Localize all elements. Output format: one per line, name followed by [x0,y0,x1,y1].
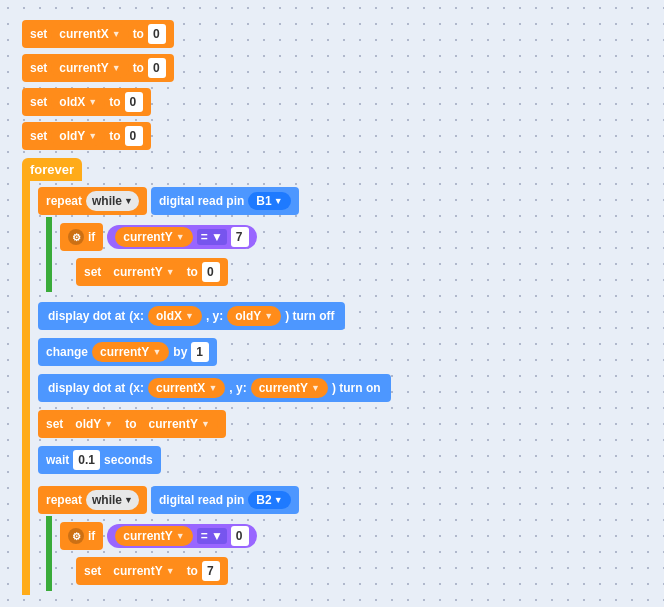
oldY2-var[interactable]: oldY ▼ [67,414,121,434]
to-label5: to [187,265,198,279]
set-currentY-7-block[interactable]: set currentY ▼ to 7 [76,557,228,585]
display1-label: display dot at [48,309,125,323]
forever-body: repeat while ▼ digital read pin B1 ▼ ⚙ i… [22,181,642,595]
currentX-val[interactable]: 0 [148,24,166,44]
set-oldY2-row: set oldY ▼ to currentY ▼ [38,410,642,438]
to-label4: to [109,129,120,143]
wait-unit: seconds [104,453,153,467]
to-label3: to [109,95,120,109]
repeat1-label: repeat [46,194,82,208]
digital-read2-label: digital read pin [159,493,244,507]
display1-row: display dot at (x: oldX ▼ , y: oldY ▼ ) … [38,302,642,330]
display2-x-label: (x: [129,381,144,395]
set-currentY-set[interactable]: set currentY ▼ to 0 [22,54,174,82]
display1-block[interactable]: display dot at (x: oldX ▼ , y: oldY ▼ ) … [38,302,345,330]
set-label2: set [30,61,47,75]
currentY-val[interactable]: 0 [148,58,166,78]
set-currentY-block: set currentY ▼ to 0 [22,54,642,82]
set-oldY-set[interactable]: set oldY ▼ to 0 [22,122,151,150]
set-label5: set [84,265,101,279]
oldY-val[interactable]: 0 [125,126,143,146]
equals1-op[interactable]: = ▼ [197,229,227,245]
equals2-op[interactable]: = ▼ [197,528,227,544]
to-label7: to [187,564,198,578]
currentY-var[interactable]: currentY ▼ [51,58,128,78]
equals1-block[interactable]: currentY ▼ = ▼ 7 [107,225,257,249]
display2-block[interactable]: display dot at (x: currentX ▼ , y: curre… [38,374,391,402]
display2-row: display dot at (x: currentX ▼ , y: curre… [38,374,642,402]
to-label6: to [125,417,136,431]
repeat1-header-row: repeat while ▼ digital read pin B1 ▼ [38,187,642,215]
forever-section: forever repeat while ▼ digital read pin … [22,158,642,595]
wait-val[interactable]: 0.1 [73,450,100,470]
set-currentX-block: set currentX ▼ to 0 [22,20,642,48]
if2-label: if [88,529,95,543]
blocks-workspace: set currentX ▼ to 0 set currentY ▼ to 0 … [10,10,654,603]
repeat2-mode[interactable]: while ▼ [86,490,139,510]
set-label6: set [46,417,63,431]
to-label2: to [133,61,144,75]
repeat1-body: ⚙ if currentY ▼ = ▼ 7 set curr [46,217,642,292]
set-currentY-inner-row: set currentY ▼ to 0 [76,258,642,286]
repeat2-body: ⚙ if currentY ▼ = ▼ 0 set curr [46,516,642,591]
set-label3: set [30,95,47,109]
wait-row: wait 0.1 seconds [38,446,642,474]
set-oldY-block: set oldY ▼ to 0 [22,122,642,150]
equals2-block[interactable]: currentY ▼ = ▼ 0 [107,524,257,548]
display2-dot: , y: [229,381,246,395]
if2-var[interactable]: currentY ▼ [115,526,192,546]
change1-by-label: by [173,345,187,359]
repeat1-mode[interactable]: while ▼ [86,191,139,211]
wait-label: wait [46,453,69,467]
digital-read-B2[interactable]: digital read pin B2 ▼ [151,486,299,514]
repeat2-label: repeat [46,493,82,507]
currentX-var[interactable]: currentX ▼ [51,24,128,44]
if1-row: ⚙ if currentY ▼ = ▼ 7 [60,223,642,251]
change1-val[interactable]: 1 [191,342,209,362]
digital-read-B1[interactable]: digital read pin B1 ▼ [151,187,299,215]
repeat2-block[interactable]: repeat while ▼ [38,486,147,514]
display1-x-var[interactable]: oldX ▼ [148,306,202,326]
repeat2-header-row: repeat while ▼ digital read pin B2 ▼ [38,486,642,514]
gear-icon2[interactable]: ⚙ [68,528,84,544]
gear-icon[interactable]: ⚙ [68,229,84,245]
currentY-7-val[interactable]: 7 [202,561,220,581]
pin-B2[interactable]: B2 ▼ [248,491,290,509]
display1-y-var[interactable]: oldY ▼ [227,306,281,326]
repeat1-block[interactable]: repeat while ▼ [38,187,147,215]
forever-header[interactable]: forever [22,158,82,181]
if1-val[interactable]: 7 [231,227,249,247]
set-label7: set [84,564,101,578]
change1-var[interactable]: currentY ▼ [92,342,169,362]
oldY2-val-var[interactable]: currentY ▼ [141,414,218,434]
display1-action: ) turn off [285,309,334,323]
set-currentY-7-row: set currentY ▼ to 7 [76,557,642,585]
oldY-var[interactable]: oldY ▼ [51,126,105,146]
oldX-var[interactable]: oldX ▼ [51,92,105,112]
display2-x-var[interactable]: currentX ▼ [148,378,225,398]
display2-label: display dot at [48,381,125,395]
currentY-inner-val[interactable]: 0 [202,262,220,282]
change1-block[interactable]: change currentY ▼ by 1 [38,338,217,366]
if1-block[interactable]: ⚙ if [60,223,103,251]
repeat2-row: repeat while ▼ digital read pin B2 ▼ ⚙ i… [38,484,642,591]
display2-y-var[interactable]: currentY ▼ [251,378,328,398]
if1-label: if [88,230,95,244]
change1-row: change currentY ▼ by 1 [38,338,642,366]
wait-block[interactable]: wait 0.1 seconds [38,446,161,474]
display1-dot: , y: [206,309,223,323]
if1-var[interactable]: currentY ▼ [115,227,192,247]
currentY-7-var[interactable]: currentY ▼ [105,561,182,581]
set-oldX-set[interactable]: set oldX ▼ to 0 [22,88,151,116]
currentY-inner-var[interactable]: currentY ▼ [105,262,182,282]
set-currentY-inner[interactable]: set currentY ▼ to 0 [76,258,228,286]
to-label: to [133,27,144,41]
if2-val[interactable]: 0 [231,526,249,546]
set-oldY2-block[interactable]: set oldY ▼ to currentY ▼ [38,410,226,438]
set-oldX-block: set oldX ▼ to 0 [22,88,642,116]
set-currentX-set[interactable]: set currentX ▼ to 0 [22,20,174,48]
oldX-val[interactable]: 0 [125,92,143,112]
set-label: set [30,27,47,41]
if2-block[interactable]: ⚙ if [60,522,103,550]
pin-B1[interactable]: B1 ▼ [248,192,290,210]
